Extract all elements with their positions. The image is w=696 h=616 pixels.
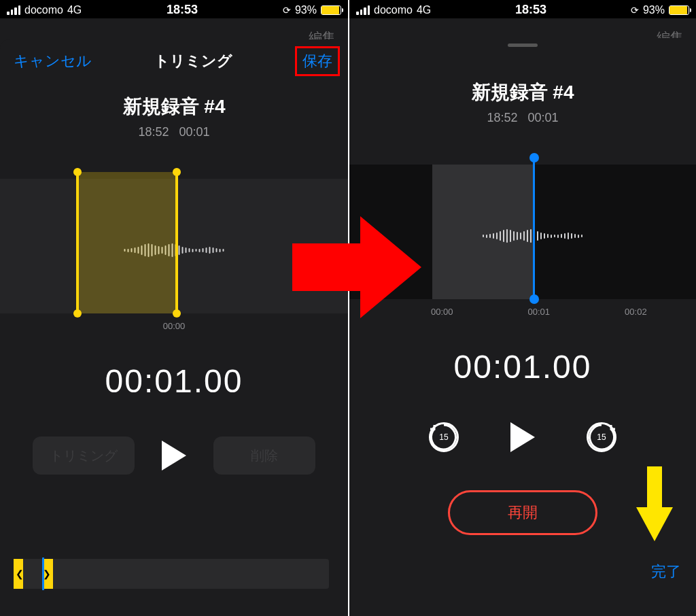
trim-button-disabled: トリミング	[33, 437, 135, 475]
status-time: 18:53	[167, 3, 198, 17]
status-bar: docomo 4G 18:53 ⟳ 93%	[349, 0, 696, 18]
current-time-display: 00:01.00	[349, 348, 696, 386]
current-time-display: 00:01.00	[0, 362, 348, 400]
network-label: 4G	[417, 4, 431, 16]
save-button[interactable]: 保存	[295, 46, 340, 76]
recording-duration: 00:01	[528, 111, 559, 124]
carrier-label: docomo	[24, 4, 63, 16]
trim-handle[interactable]	[73, 168, 82, 176]
playback-controls: トリミング 削除	[0, 437, 348, 475]
time-ruler: 00:00	[0, 321, 348, 331]
mini-selection[interactable]	[14, 559, 53, 589]
trim-selection[interactable]	[76, 172, 178, 313]
skip-forward-15-icon[interactable]: 15	[587, 422, 616, 452]
play-icon[interactable]	[162, 441, 186, 470]
signal-icon	[7, 5, 20, 15]
annotation-yellow-arrow-icon	[636, 466, 673, 541]
recording-subtitle: 18:52 00:01	[0, 125, 348, 139]
done-button[interactable]: 完了	[651, 562, 681, 582]
sheet-grabber[interactable]	[508, 44, 538, 47]
status-time: 18:53	[515, 3, 546, 17]
recording-time: 18:52	[138, 125, 169, 139]
trim-handle[interactable]	[173, 309, 181, 318]
trim-handle[interactable]	[73, 309, 82, 318]
svg-marker-0	[292, 216, 421, 318]
delete-button-disabled: 削除	[213, 437, 315, 475]
status-bar: docomo 4G 18:53 ⟳ 93%	[0, 0, 348, 18]
signal-icon	[356, 5, 370, 15]
sheet-title: トリミング	[154, 51, 232, 71]
carrier-label: docomo	[374, 4, 413, 16]
rotation-lock-icon: ⟳	[283, 5, 291, 16]
resume-button[interactable]: 再開	[448, 490, 597, 535]
recording-title: 新規録音 #4	[0, 94, 348, 120]
mini-waveform-scrubber[interactable]	[14, 559, 329, 589]
recording-duration: 00:01	[179, 125, 210, 139]
trim-handle[interactable]	[173, 168, 181, 176]
rotation-lock-icon: ⟳	[631, 5, 639, 16]
battery-pct: 93%	[295, 4, 317, 16]
trim-sheet: キャンセル トリミング 保存 新規録音 #4 18:52 00:01 00:00…	[0, 39, 348, 616]
battery-icon	[669, 5, 689, 15]
recording-subtitle: 18:52 00:01	[349, 111, 696, 125]
battery-icon	[321, 5, 341, 15]
playback-controls: 15 15	[349, 422, 696, 452]
cancel-button[interactable]: キャンセル	[14, 51, 92, 71]
network-label: 4G	[67, 4, 82, 16]
play-icon[interactable]	[510, 422, 535, 452]
skip-back-15-icon[interactable]: 15	[429, 422, 459, 452]
svg-marker-1	[636, 466, 673, 541]
playhead[interactable]	[533, 158, 535, 299]
recording-time: 18:52	[487, 111, 517, 124]
battery-pct: 93%	[643, 4, 665, 16]
recording-title: 新規録音 #4	[349, 80, 696, 105]
mini-playhead[interactable]	[42, 558, 44, 590]
annotation-red-arrow-icon	[292, 216, 421, 318]
